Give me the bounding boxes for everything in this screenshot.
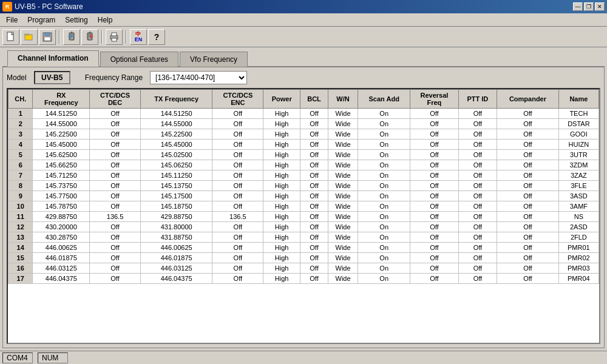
cell-ctc_dcs_dec: Off [90, 129, 141, 140]
cell-bcl: Off [300, 109, 328, 119]
menu-setting[interactable]: Setting [60, 15, 92, 25]
cell-reversal_freq: Off [410, 140, 458, 150]
cell-compander: Off [497, 109, 559, 119]
read-radio-button[interactable] [63, 29, 80, 45]
minimize-button[interactable]: — [573, 2, 583, 11]
cell-rx_freq: 446.01875 [33, 253, 90, 263]
cell-ch: 4 [8, 140, 33, 150]
menu-help[interactable]: Help [93, 15, 118, 25]
table-row[interactable]: 2144.55000Off144.55000OffHighOffWideOnOf… [8, 119, 599, 129]
cell-wn: Wide [328, 201, 358, 212]
write-radio-button[interactable] [81, 29, 98, 45]
cell-ch: 9 [8, 191, 33, 201]
cell-reversal_freq: Off [410, 243, 458, 253]
cell-bcl: Off [300, 222, 328, 232]
cell-ctc_dcs_dec: Off [90, 140, 141, 150]
cell-ch: 1 [8, 109, 33, 119]
cell-ptt_id: Off [458, 140, 497, 150]
cell-scan_add: On [358, 150, 410, 160]
cell-compander: Off [497, 191, 559, 201]
cell-ch: 7 [8, 170, 33, 181]
close-button[interactable]: ✕ [595, 2, 605, 11]
cell-bcl: Off [300, 181, 328, 191]
cell-bcl: Off [300, 253, 328, 263]
table-row[interactable]: 10145.78750Off145.18750OffHighOffWideOnO… [8, 201, 599, 212]
cell-name: PMR03 [558, 263, 599, 274]
cell-power: High [263, 212, 300, 222]
new-button[interactable] [2, 29, 19, 45]
tab-vfo-frequency[interactable]: Vfo Frequency [180, 52, 248, 67]
table-row[interactable]: 13430.28750Off431.88750OffHighOffWideOnO… [8, 232, 599, 243]
table-row[interactable]: 7145.71250Off145.11250OffHighOffWideOnOf… [8, 170, 599, 181]
cell-power: High [263, 170, 300, 181]
open-button[interactable] [21, 29, 38, 45]
cell-wn: Wide [328, 181, 358, 191]
language-button[interactable]: 中 EN [130, 29, 147, 45]
cell-compander: Off [497, 222, 559, 232]
cell-wn: Wide [328, 263, 358, 274]
cell-rx_freq: 145.73750 [33, 181, 90, 191]
cell-tx_freq: 446.03125 [140, 263, 212, 274]
table-row[interactable]: 5145.62500Off145.02500OffHighOffWideOnOf… [8, 150, 599, 160]
cell-compander: Off [497, 212, 559, 222]
cell-reversal_freq: Off [410, 150, 458, 160]
cell-reversal_freq: Off [410, 160, 458, 170]
table-row[interactable]: 17446.04375Off446.04375OffHighOffWideOnO… [8, 274, 599, 284]
channel-table-wrapper[interactable]: CH. RXFrequency CTC/DCSDEC TX Frequency … [7, 88, 600, 344]
cell-ch: 3 [8, 129, 33, 140]
save-button[interactable] [39, 29, 56, 45]
cell-scan_add: On [358, 222, 410, 232]
cell-ctc_dcs_dec: Off [90, 253, 141, 263]
cell-name: 3ZAZ [558, 170, 599, 181]
cell-bcl: Off [300, 191, 328, 201]
restore-button[interactable]: ❐ [584, 2, 594, 11]
cell-bcl: Off [300, 160, 328, 170]
cell-ctc_dcs_enc: Off [212, 263, 263, 274]
frequency-range-select[interactable]: [136-174/400-470] [136-174/420-450] [144… [150, 71, 247, 84]
table-row[interactable]: 8145.73750Off145.13750OffHighOffWideOnOf… [8, 181, 599, 191]
tab-optional-features[interactable]: Optional Features [100, 52, 178, 67]
table-row[interactable]: 15446.01875Off446.01875OffHighOffWideOnO… [8, 253, 599, 263]
table-row[interactable]: 1144.51250Off144.51250OffHighOffWideOnOf… [8, 109, 599, 119]
cell-ptt_id: Off [458, 150, 497, 160]
print-button[interactable] [106, 29, 123, 45]
cell-ctc_dcs_dec: Off [90, 109, 141, 119]
cell-tx_freq: 144.55000 [140, 119, 212, 129]
table-row[interactable]: 9145.77500Off145.17500OffHighOffWideOnOf… [8, 191, 599, 201]
cell-wn: Wide [328, 150, 358, 160]
table-row[interactable]: 6145.66250Off145.06250OffHighOffWideOnOf… [8, 160, 599, 170]
cell-ptt_id: Off [458, 222, 497, 232]
table-row[interactable]: 12430.20000Off431.80000OffHighOffWideOnO… [8, 222, 599, 232]
menu-program[interactable]: Program [22, 15, 60, 25]
cell-wn: Wide [328, 274, 358, 284]
cell-ctc_dcs_dec: 136.5 [90, 212, 141, 222]
cell-bcl: Off [300, 212, 328, 222]
cell-rx_freq: 429.88750 [33, 212, 90, 222]
content-panel: Model UV-B5 Frequency Range [136-174/400… [2, 67, 605, 348]
cell-rx_freq: 430.20000 [33, 222, 90, 232]
cell-name: 3AMF [558, 201, 599, 212]
table-row[interactable]: 11429.88750136.5429.88750136.5HighOffWid… [8, 212, 599, 222]
cell-name: GOOI [558, 129, 599, 140]
cell-name: DSTAR [558, 119, 599, 129]
cell-reversal_freq: Off [410, 119, 458, 129]
cell-ctc_dcs_dec: Off [90, 243, 141, 253]
table-row[interactable]: 14446.00625Off446.00625OffHighOffWideOnO… [8, 243, 599, 253]
table-row[interactable]: 4145.45000Off145.45000OffHighOffWideOnOf… [8, 140, 599, 150]
menu-file[interactable]: File [1, 15, 22, 25]
table-row[interactable]: 3145.22500Off145.22500OffHighOffWideOnOf… [8, 129, 599, 140]
help-button[interactable]: ? [148, 29, 165, 45]
cell-wn: Wide [328, 243, 358, 253]
cell-ch: 6 [8, 160, 33, 170]
cell-ctc_dcs_dec: Off [90, 170, 141, 181]
toolbar-separator-3 [126, 30, 127, 44]
tab-channel-information[interactable]: Channel Information [7, 50, 99, 67]
cell-tx_freq: 431.88750 [140, 232, 212, 243]
cell-compander: Off [497, 150, 559, 160]
cell-scan_add: On [358, 119, 410, 129]
cell-ch: 15 [8, 253, 33, 263]
table-row[interactable]: 16446.03125Off446.03125OffHighOffWideOnO… [8, 263, 599, 274]
cell-name: PMR01 [558, 243, 599, 253]
col-header-wn: W/N [328, 90, 358, 109]
cell-name: 2FLD [558, 232, 599, 243]
